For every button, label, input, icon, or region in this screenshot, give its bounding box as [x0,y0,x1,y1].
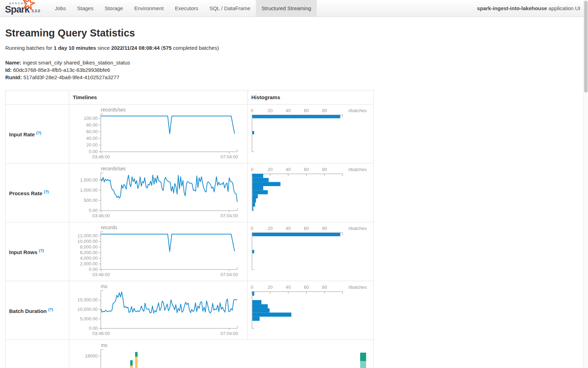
application-name-bold: spark-ingest-into-lakehouse [477,5,547,11]
meta-line-name: Name: ingest smart_city shared_bikes_sta… [5,59,588,66]
svg-text:60: 60 [304,167,309,172]
svg-text:03:46:00: 03:46:00 [92,331,110,336]
main-content: Streaming Query Statistics Running batch… [0,27,588,368]
svg-text:5,000.00: 5,000.00 [80,316,98,321]
svg-text:#batches: #batches [348,226,367,231]
svg-text:0.00: 0.00 [89,326,98,331]
nav-tabs: JobsStagesStorageEnvironmentExecutorsSQL… [49,0,317,16]
input-rate-timeline-chart: records/sec100.0080.0060.0040.0020.000.0… [69,104,248,163]
tab-structured-streaming[interactable]: Structured Streaming [256,0,317,16]
svg-text:40: 40 [286,285,290,290]
svg-text:20: 20 [268,226,273,231]
input-rows-help-link[interactable]: (?) [39,248,44,253]
row-label-operation-duration [6,340,69,368]
running-close: completed batches) [172,45,219,51]
svg-text:2,000.00: 2,000.00 [80,261,98,266]
batch-duration-help-link[interactable]: (?) [48,307,53,312]
tab-stages[interactable]: Stages [71,0,99,16]
stats-table-header-row: Timelines Histograms [6,90,374,104]
svg-text:60: 60 [304,226,309,231]
spark-star-icon [22,0,35,10]
process-rate-histogram-chart: 020406080#batches [248,163,374,222]
svg-text:40: 40 [286,108,290,113]
running-mid: since [96,45,111,51]
svg-text:18000: 18000 [85,353,98,359]
svg-text:20: 20 [268,285,273,290]
svg-text:0: 0 [251,226,253,231]
svg-text:20.00: 20.00 [86,142,98,148]
query-meta-block: Name: ingest smart_city shared_bikes_sta… [5,59,588,81]
svg-text:20: 20 [268,108,273,113]
stats-table: Timelines Histograms Input Rate (?)recor… [5,90,374,368]
row-label-input-rows: Input Rows (?) [6,222,69,281]
process-rate-help-link[interactable]: (?) [44,190,49,194]
stats-row-batch-duration: Batch Duration (?)ms15,000.0010,000.005,… [6,281,374,340]
svg-text:100.00: 100.00 [84,116,98,121]
input-rows-timeline-chart: records12,000.0010,000.008,000.006,000.0… [69,222,248,281]
stats-row-process-rate: Process Rate (?)records/sec1,500.001,000… [6,163,374,222]
row-label-input-rate: Input Rate (?) [6,104,69,163]
stats-table-body: Input Rate (?)records/sec100.0080.0060.0… [6,104,374,368]
svg-text:80.00: 80.00 [86,122,98,128]
running-batches-line: Running batches for 1 day 10 minutes sin… [5,45,588,51]
svg-text:40.00: 40.00 [86,136,98,141]
svg-text:07:04:00: 07:04:00 [220,154,238,159]
tab-sql-dataframe[interactable]: SQL / DataFrame [204,0,256,16]
svg-text:80: 80 [322,226,327,231]
svg-text:20: 20 [268,167,273,172]
svg-text:#batches: #batches [348,285,367,290]
stats-row-input-rows: Input Rows (?)records12,000.0010,000.008… [6,222,374,281]
svg-text:0: 0 [251,285,253,290]
tab-storage[interactable]: Storage [99,0,129,16]
vertical-scrollbar-thumb[interactable] [584,1,588,93]
svg-text:03:46:00: 03:46:00 [92,213,110,218]
operation-duration-chart: ms180001600014000 [69,340,374,368]
svg-text:ms: ms [101,342,107,348]
row-label-process-rate: Process Rate (?) [6,163,69,222]
input-rows-histogram-chart: 020406080#batches [248,222,374,281]
running-prefix: Running batches for [5,45,54,51]
top-navbar: APACHE Spark 3.3.0 JobsStagesStorageEnvi… [0,0,588,17]
svg-text:records/sec: records/sec [101,107,126,113]
running-since: 2022/11/24 08:08:44 [111,45,160,51]
svg-text:07:04:00: 07:04:00 [220,331,238,336]
svg-text:80: 80 [322,285,327,290]
running-open: ( [160,45,163,51]
svg-text:07:04:00: 07:04:00 [220,213,238,218]
svg-text:12,000.00: 12,000.00 [77,233,98,238]
page-title: Streaming Query Statistics [5,27,588,39]
spark-logo: APACHE Spark 3.3.0 [5,1,40,14]
svg-text:60: 60 [304,285,309,290]
svg-text:0: 0 [251,167,253,172]
svg-text:1,500.00: 1,500.00 [80,177,98,183]
svg-text:0.00: 0.00 [89,208,98,213]
batch-duration-histogram-chart: 020406080#batches [248,281,374,340]
svg-text:15,000.00: 15,000.00 [77,297,98,302]
application-name-suffix: application UI [547,5,580,11]
svg-text:40: 40 [286,226,290,231]
histograms-header: Histograms [248,90,374,104]
svg-text:500.00: 500.00 [84,198,98,203]
running-duration: 1 day 10 minutes [54,45,96,51]
tab-jobs[interactable]: Jobs [49,0,72,16]
svg-text:10,000.00: 10,000.00 [77,307,98,312]
meta-line-runid: RunId: 517afd3f-28e2-4ba8-9fe4-4102527a3… [5,74,588,81]
tab-executors[interactable]: Executors [169,0,204,16]
vertical-scrollbar-track[interactable] [583,0,588,368]
application-name: spark-ingest-into-lakehouse application … [477,0,580,16]
input-rate-help-link[interactable]: (?) [36,131,41,135]
svg-text:10,000.00: 10,000.00 [77,239,98,244]
stats-row-operation-duration: ms180001600014000 [6,340,374,368]
svg-text:03:46:00: 03:46:00 [92,154,110,159]
timelines-header: Timelines [69,90,248,104]
svg-text:1,000.00: 1,000.00 [80,188,98,193]
empty-header-cell [6,90,69,104]
svg-text:records/sec: records/sec [101,166,126,171]
svg-text:0: 0 [251,108,253,113]
process-rate-timeline-chart: records/sec1,500.001,000.00500.000.0003:… [69,163,248,222]
svg-text:0.00: 0.00 [89,267,98,272]
svg-text:60: 60 [304,108,309,113]
svg-text:6,000.00: 6,000.00 [80,250,98,255]
svg-text:#batches: #batches [348,108,367,113]
tab-environment[interactable]: Environment [128,0,169,16]
